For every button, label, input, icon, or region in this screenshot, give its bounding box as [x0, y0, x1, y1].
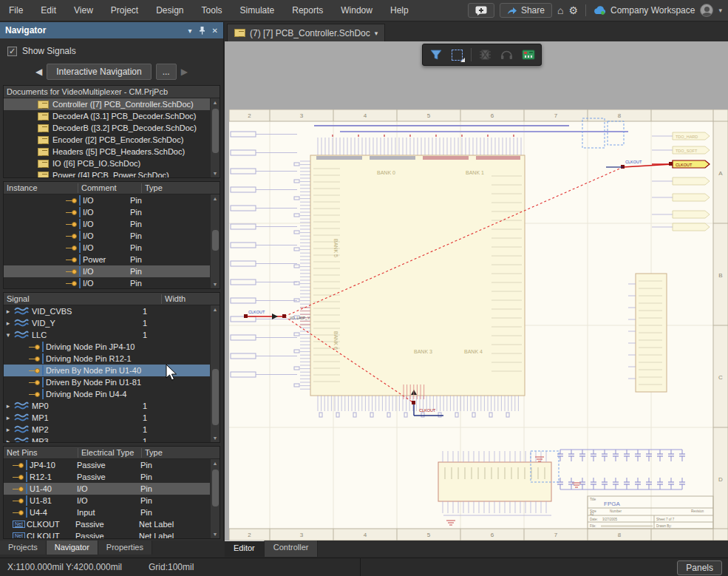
table-row[interactable]: I/OPin — [4, 242, 210, 254]
net-pin-row[interactable]: R12-1PassivePin — [4, 471, 210, 483]
editor-tab-editor[interactable]: Editor — [225, 541, 265, 557]
column-header[interactable]: Comment — [78, 183, 141, 193]
table-row[interactable]: PowerPin — [4, 254, 210, 265]
panels-button[interactable]: Panels — [677, 560, 722, 575]
signal-row[interactable]: ▸MP11 — [4, 412, 210, 424]
interactive-navigation-button[interactable]: Interactive Navigation — [47, 64, 151, 80]
list-item[interactable]: Power ([4] PCB_Power.SchDoc) — [4, 169, 210, 177]
scroll-down-icon[interactable]: ▼ — [213, 532, 218, 537]
schematic-canvas[interactable]: 23456782345678ABCDBANK 0BANK 1BANK 5BANK… — [225, 41, 728, 541]
board-view-button[interactable] — [519, 47, 537, 64]
scroll-up-icon[interactable]: ▲ — [213, 100, 218, 105]
workspace-menu[interactable]: Company Workspace — [593, 5, 695, 16]
menu-view[interactable]: View — [65, 0, 102, 21]
net-pin-row[interactable]: NetCLKOUTPassiveNet Label — [4, 518, 210, 530]
scroll-down-icon[interactable]: ▼ — [213, 282, 218, 287]
net-pins-scrollbar[interactable]: ▲ ▼ — [210, 459, 220, 538]
avatar[interactable] — [700, 4, 713, 17]
panel-tab-properties[interactable]: Properties — [98, 541, 152, 555]
document-tab[interactable]: (7) [7] PCB_Controller.SchDoc ▾ — [227, 24, 385, 41]
menu-file[interactable]: File — [0, 0, 32, 21]
table-row[interactable]: I/OPin — [4, 265, 210, 277]
list-item[interactable]: IO ([6] PCB_IO.SchDoc) — [4, 157, 210, 169]
net-pin-row[interactable]: NetCLKOUTPassiveNet Label — [4, 530, 210, 538]
column-header[interactable]: Signal — [4, 294, 161, 304]
share-button[interactable]: Share — [500, 3, 552, 18]
back-arrow-icon[interactable]: ◀ — [35, 67, 42, 77]
connectivity-button[interactable] — [497, 47, 516, 64]
list-item[interactable]: Encoder ([2] PCB_Encoder.SchDoc) — [4, 134, 210, 146]
scroll-up-icon[interactable]: ▲ — [213, 196, 218, 201]
show-signals-checkbox[interactable]: ✓ — [7, 47, 17, 56]
table-row[interactable]: I/OPin — [4, 194, 210, 206]
expand-icon[interactable]: ▸ — [4, 319, 13, 327]
schematic-sheet[interactable]: 23456782345678ABCDBANK 0BANK 1BANK 5BANK… — [229, 109, 728, 541]
table-row[interactable]: I/OPin — [4, 218, 210, 230]
signals-scrollbar[interactable]: ▲ ▼ — [210, 305, 220, 442]
column-header[interactable]: Instance — [4, 183, 78, 193]
list-item[interactable]: Headers ([5] PCB_Headers.SchDoc) — [4, 146, 210, 157]
signal-row[interactable]: ▸MP31 — [4, 436, 210, 442]
signal-row[interactable]: Driving Node Pin JP4-10 — [4, 341, 210, 353]
signal-row[interactable]: ▾LLC1 — [4, 329, 210, 341]
signal-row[interactable]: ▸MP01 — [4, 400, 210, 412]
menu-tools[interactable]: Tools — [193, 0, 231, 21]
scroll-up-icon[interactable]: ▲ — [213, 461, 218, 466]
expand-icon[interactable]: ▸ — [4, 438, 13, 442]
menu-window[interactable]: Window — [332, 0, 381, 21]
menu-design[interactable]: Design — [147, 0, 192, 21]
close-icon[interactable]: ✕ — [212, 27, 218, 35]
column-header[interactable]: Width — [161, 294, 220, 304]
list-item[interactable]: Controller ([7] PCB_Controller.SchDoc) — [4, 98, 210, 110]
list-item[interactable]: DecoderA ([3.1] PCB_Decoder.SchDoc) — [4, 110, 210, 122]
collapse-icon[interactable]: ▾ — [4, 331, 13, 339]
forward-arrow-icon[interactable]: ▶ — [181, 67, 188, 77]
menu-simulate[interactable]: Simulate — [231, 0, 284, 21]
menu-help[interactable]: Help — [381, 0, 418, 21]
net-pin-row[interactable]: U1-81I/OPin — [4, 495, 210, 506]
scroll-down-icon[interactable]: ▼ — [213, 436, 218, 441]
gear-icon[interactable]: ⚙ — [568, 3, 578, 18]
signal-row[interactable]: Driving Node Pin R12-1 — [4, 353, 210, 365]
chevron-down-icon[interactable]: ▾ — [375, 30, 378, 37]
table-row[interactable]: I/OPin — [4, 277, 210, 288]
list-item[interactable]: DecoderB ([3.2] PCB_Decoder.SchDoc) — [4, 122, 210, 134]
chevron-down-icon[interactable]: ▾ — [718, 7, 722, 14]
table-row[interactable]: I/OPin — [4, 230, 210, 242]
signal-row[interactable]: ▸VID_Y1 — [4, 317, 210, 329]
scroll-up-icon[interactable]: ▲ — [213, 307, 218, 312]
menu-reports[interactable]: Reports — [283, 0, 332, 21]
signal-row[interactable]: ▸MP21 — [4, 424, 210, 436]
panel-menu-icon[interactable]: ▾ — [188, 27, 192, 35]
panel-tab-navigator[interactable]: Navigator — [47, 541, 98, 555]
instances-scrollbar[interactable]: ▲ ▼ — [210, 194, 220, 288]
column-header[interactable]: Net Pins — [4, 448, 78, 458]
menu-project[interactable]: Project — [102, 0, 147, 21]
pin-panel-icon[interactable] — [199, 27, 205, 35]
expand-icon[interactable]: ▸ — [4, 402, 13, 410]
expand-icon[interactable]: ▸ — [4, 426, 13, 433]
editor-tab-controller[interactable]: Controller — [265, 541, 319, 557]
scroll-down-icon[interactable]: ▼ — [213, 171, 218, 176]
column-header[interactable]: Type — [141, 183, 220, 193]
net-pin-row[interactable]: U1-40I/OPin — [4, 483, 210, 495]
signal-row[interactable]: Driven By Node Pin U1-81 — [4, 376, 210, 388]
cross-probe-button[interactable] — [476, 47, 494, 64]
comment-button[interactable] — [468, 3, 494, 18]
zoom-selection-button[interactable] — [448, 47, 466, 64]
home-icon[interactable]: ⌂ — [557, 3, 563, 18]
signal-row[interactable]: Driving Node Pin U4-4 — [4, 388, 210, 400]
signal-row[interactable]: Driven By Node Pin U1-40 — [4, 365, 210, 376]
menu-edit[interactable]: Edit — [32, 0, 65, 21]
signal-row[interactable]: ▸VID_CVBS1 — [4, 305, 210, 317]
expand-icon[interactable]: ▸ — [4, 308, 13, 315]
documents-scrollbar[interactable]: ▲ ▼ — [210, 98, 220, 177]
mask-filter-button[interactable] — [426, 47, 445, 64]
expand-icon[interactable]: ▸ — [4, 414, 13, 421]
net-pin-row[interactable]: U4-4InputPin — [4, 506, 210, 518]
net-pin-row[interactable]: JP4-10PassivePin — [4, 459, 210, 471]
table-row[interactable]: I/OPin — [4, 206, 210, 218]
more-options-button[interactable]: ... — [156, 64, 177, 80]
column-header[interactable]: Electrical Type — [78, 448, 141, 458]
column-header[interactable]: Type — [141, 448, 220, 458]
